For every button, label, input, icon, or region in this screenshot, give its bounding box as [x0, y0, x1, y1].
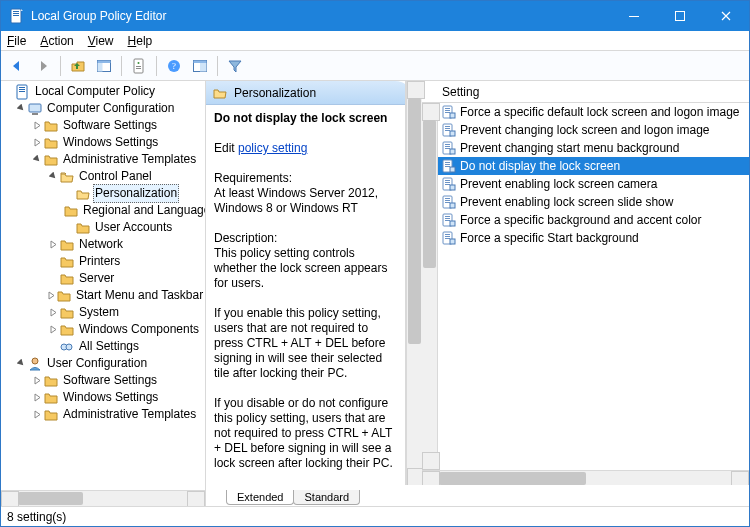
back-button[interactable] — [5, 54, 29, 78]
svg-rect-23 — [32, 113, 38, 115]
description-label: Description: — [214, 231, 277, 245]
svg-rect-48 — [445, 180, 450, 181]
list-item-label: Do not display the lock screen — [460, 159, 620, 173]
list-item[interactable]: Force a specific background and accent c… — [438, 211, 749, 229]
svg-rect-34 — [445, 128, 450, 129]
svg-rect-66 — [450, 239, 455, 244]
minimize-button[interactable] — [611, 1, 657, 31]
show-hide-tree-button[interactable] — [92, 54, 116, 78]
list-item[interactable]: Prevent changing lock screen and logon i… — [438, 121, 749, 139]
view-tabs: Extended Standard — [206, 485, 749, 505]
list-item-label: Prevent changing start menu background — [460, 141, 679, 155]
svg-rect-61 — [450, 221, 455, 226]
column-header-setting[interactable]: Setting — [422, 81, 749, 103]
menu-view[interactable]: View — [88, 34, 114, 48]
toolbar-separator — [217, 56, 218, 76]
folder-icon — [59, 271, 75, 287]
menu-file[interactable]: File — [7, 34, 26, 48]
filter-button[interactable] — [223, 54, 247, 78]
list-item[interactable]: Prevent enabling lock screen camera — [438, 175, 749, 193]
tree-item-label: User Accounts — [93, 219, 174, 236]
svg-rect-1 — [13, 11, 19, 12]
expand-icon[interactable] — [31, 138, 43, 147]
collapse-icon[interactable] — [15, 359, 27, 368]
folder-icon — [43, 118, 59, 134]
svg-rect-64 — [445, 236, 450, 237]
expand-icon[interactable] — [47, 240, 59, 249]
edit-prefix: Edit — [214, 141, 238, 155]
svg-point-26 — [32, 358, 38, 364]
up-button[interactable] — [66, 54, 90, 78]
expand-icon[interactable] — [47, 325, 59, 334]
tree-item-label: Windows Settings — [61, 389, 160, 406]
list-horizontal-scrollbar[interactable] — [422, 470, 749, 486]
tree-horizontal-scrollbar[interactable] — [1, 490, 205, 506]
collapse-icon[interactable] — [31, 155, 43, 164]
tree-item-label: System — [77, 304, 121, 321]
expand-icon[interactable] — [47, 291, 56, 300]
collapse-icon[interactable] — [15, 104, 27, 113]
requirements-label: Requirements: — [214, 171, 292, 185]
detail-pane: Personalization Do not display the lock … — [206, 81, 406, 486]
svg-rect-65 — [445, 238, 450, 239]
window-title: Local Group Policy Editor — [31, 9, 611, 23]
settings-list[interactable]: Force a specific default lock screen and… — [438, 103, 749, 470]
svg-rect-3 — [13, 15, 19, 16]
tree-item-label: Administrative Templates — [61, 406, 198, 423]
menu-help[interactable]: Help — [128, 34, 153, 48]
maximize-button[interactable] — [657, 1, 703, 31]
expand-icon[interactable] — [47, 308, 59, 317]
list-item[interactable]: Prevent changing start menu background — [438, 139, 749, 157]
svg-rect-16 — [194, 60, 207, 63]
svg-rect-58 — [445, 216, 450, 217]
expand-icon[interactable] — [31, 410, 43, 419]
policy-item-icon — [441, 158, 457, 174]
folder-icon — [75, 220, 91, 236]
folder-icon — [43, 390, 59, 406]
folder-icon — [59, 305, 75, 321]
svg-rect-31 — [450, 113, 455, 118]
policy-tree[interactable]: Local Computer Policy Computer Configura… — [1, 81, 205, 425]
menu-action[interactable]: Action — [40, 34, 73, 48]
svg-rect-60 — [445, 220, 450, 221]
list-item[interactable]: Force a specific default lock screen and… — [438, 103, 749, 121]
status-text: 8 setting(s) — [7, 510, 66, 524]
close-button[interactable] — [703, 1, 749, 31]
expand-icon[interactable] — [31, 121, 43, 130]
main-area: Local Computer Policy Computer Configura… — [1, 81, 749, 506]
svg-rect-55 — [445, 202, 450, 203]
policy-root-icon — [15, 84, 31, 100]
expand-icon[interactable] — [31, 376, 43, 385]
options-button[interactable] — [188, 54, 212, 78]
tree-pane: Local Computer Policy Computer Configura… — [1, 81, 206, 506]
svg-rect-29 — [445, 110, 450, 111]
tree-item-label: Network — [77, 236, 125, 253]
tree-item-label: Software Settings — [61, 117, 159, 134]
expand-icon[interactable] — [31, 393, 43, 402]
tree-item-label: User Configuration — [45, 355, 149, 372]
svg-rect-45 — [445, 166, 450, 167]
toolbar-separator — [60, 56, 61, 76]
svg-text:?: ? — [172, 61, 176, 71]
tab-standard[interactable]: Standard — [293, 490, 360, 505]
edit-policy-link[interactable]: policy setting — [238, 141, 307, 155]
svg-rect-30 — [445, 112, 450, 113]
svg-point-10 — [138, 62, 140, 64]
svg-rect-35 — [445, 130, 450, 131]
properties-button[interactable] — [127, 54, 151, 78]
policy-item-icon — [441, 104, 457, 120]
collapse-icon[interactable] — [47, 172, 59, 181]
folder-icon — [43, 152, 59, 168]
list-item[interactable]: Do not display the lock screen — [438, 157, 749, 175]
policy-item-icon — [441, 212, 457, 228]
list-item[interactable]: Force a specific Start background — [438, 229, 749, 247]
list-vertical-scrollbar[interactable] — [422, 103, 438, 470]
detail-vertical-scrollbar[interactable] — [406, 81, 422, 486]
svg-rect-44 — [445, 164, 450, 165]
list-item[interactable]: Prevent enabling lock screen slide show — [438, 193, 749, 211]
toolbar: ? — [1, 51, 749, 81]
folder-icon — [63, 203, 79, 219]
tab-extended[interactable]: Extended — [226, 490, 294, 505]
help-button[interactable]: ? — [162, 54, 186, 78]
forward-button[interactable] — [31, 54, 55, 78]
